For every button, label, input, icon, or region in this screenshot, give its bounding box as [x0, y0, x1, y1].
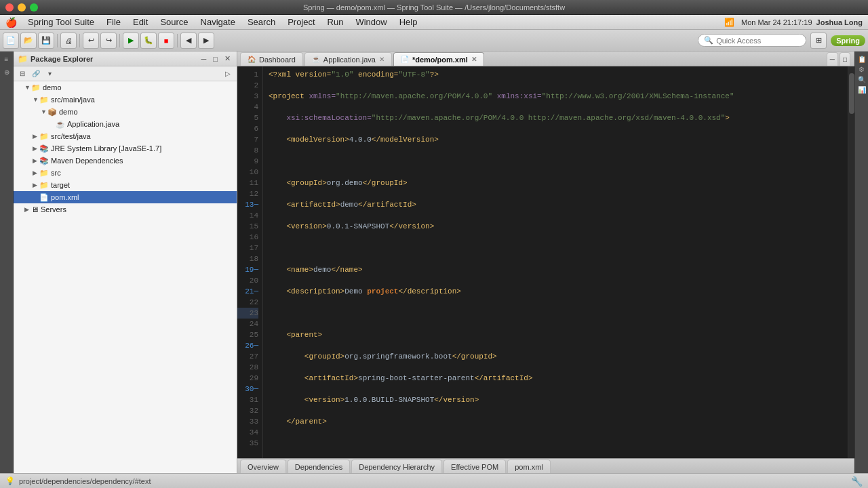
right-icon-2[interactable]: ⚙ — [857, 64, 866, 75]
tab-dependency-hierarchy[interactable]: Dependency Hierarchy — [351, 460, 442, 473]
title-bar: Spring — demo/pom.xml — Spring Tool Suit… — [0, 0, 868, 15]
pom-xml-icon: 📄 — [39, 193, 49, 202]
link-editor-btn[interactable]: 🔗 — [30, 68, 42, 80]
traffic-lights[interactable] — [5, 3, 38, 12]
tab-application-java[interactable]: ☕ Application.java ✕ — [304, 52, 392, 66]
tab-dashboard[interactable]: 🏠 Dashboard — [240, 52, 303, 66]
panel-menu-btn[interactable]: ▾ — [43, 68, 56, 80]
tree-item-demo-package[interactable]: ▼ 📦 demo — [14, 106, 237, 118]
tab-pom-xml[interactable]: 📄 *demo/pom.xml ✕ — [393, 52, 484, 66]
tree-item-src-test[interactable]: ▶ 📁 src/test/java — [14, 130, 237, 142]
right-icon-1[interactable]: 📋 — [856, 54, 867, 64]
fullscreen-window-btn[interactable] — [30, 3, 38, 12]
panel-header: 📁 Package Explorer ─ □ ✕ — [14, 52, 237, 66]
tree-label-src: src — [51, 169, 61, 177]
tab-close-application-java[interactable]: ✕ — [379, 56, 384, 63]
toggle-demo[interactable]: ▼ — [24, 84, 31, 91]
status-wrench-icon[interactable]: 🔧 — [851, 476, 863, 487]
toolbar-debug-btn[interactable]: 🐛 — [140, 33, 157, 49]
toolbar-redo-btn[interactable]: ↪ — [100, 33, 117, 49]
tree-item-pom-xml[interactable]: 📄 pom.xml — [14, 191, 237, 203]
toggle-demo-pkg[interactable]: ▼ — [41, 108, 47, 115]
status-icon: 💡 — [5, 476, 15, 485]
tree-label-demo-package: demo — [59, 108, 78, 116]
tree-item-jre[interactable]: ▶ 📚 JRE System Library [JavaSE-1.7] — [14, 142, 237, 155]
toolbar-new-btn[interactable]: 📄 — [3, 33, 19, 49]
toolbar-open-btn[interactable]: 📂 — [20, 33, 37, 49]
right-icon-3[interactable]: 🔍 — [856, 75, 867, 85]
toggle-src[interactable]: ▶ — [33, 169, 39, 176]
tab-overview[interactable]: Overview — [240, 460, 286, 473]
quick-access-input[interactable] — [716, 37, 791, 45]
tree-item-src-main[interactable]: ▼ 📁 src/main/java — [14, 94, 237, 106]
tab-label-pom-xml: *demo/pom.xml — [412, 56, 468, 64]
tree-item-src[interactable]: ▶ 📁 src — [14, 167, 237, 179]
spring-perspective-badge[interactable]: Spring — [831, 35, 865, 46]
tab-effective-pom[interactable]: Effective POM — [443, 460, 506, 473]
menu-spring-tool-suite[interactable]: Spring Tool Suite — [22, 16, 100, 28]
panel-close-btn[interactable]: ✕ — [222, 54, 233, 64]
tab-label-dependency-hierarchy: Dependency Hierarchy — [359, 463, 435, 471]
code-content[interactable]: <?xml version="1.0" encoding="UTF-8"?> <… — [263, 66, 848, 458]
toggle-maven-deps[interactable]: ▶ — [33, 157, 39, 164]
menu-window[interactable]: Window — [350, 16, 392, 28]
toggle-target[interactable]: ▶ — [33, 182, 39, 188]
line-numbers: 12345 678910 1112 13─ 1415161718 19─ 20 … — [237, 66, 263, 458]
tab-dependencies[interactable]: Dependencies — [288, 460, 350, 473]
tree-label-servers: Servers — [41, 205, 66, 214]
menu-source[interactable]: Source — [155, 16, 193, 28]
tree-item-application-java[interactable]: ☕ Application.java — [14, 118, 237, 130]
jre-icon: 📚 — [39, 144, 49, 153]
panel-maximize-btn[interactable]: □ — [211, 54, 220, 64]
menu-run[interactable]: Run — [322, 16, 349, 28]
side-icon-2[interactable]: ⊕ — [3, 67, 11, 77]
tab-pom-xml-bottom[interactable]: pom.xml — [507, 460, 551, 473]
toolbar-run-btn[interactable]: ▶ — [123, 33, 139, 49]
code-editor[interactable]: 12345 678910 1112 13─ 1415161718 19─ 20 … — [237, 66, 854, 458]
tree-label-pom-xml: pom.xml — [51, 193, 79, 201]
minimize-window-btn[interactable] — [18, 3, 26, 12]
target-icon: 📁 — [39, 181, 49, 190]
toolbar-print-btn[interactable]: 🖨 — [60, 33, 77, 49]
menu-search[interactable]: Search — [242, 16, 281, 28]
menu-navigate[interactable]: Navigate — [195, 16, 241, 28]
quick-access-bar[interactable]: 🔍 — [698, 34, 806, 47]
menu-edit[interactable]: Edit — [127, 16, 153, 28]
servers-icon: 🖥 — [31, 205, 39, 214]
close-window-btn[interactable] — [5, 3, 14, 12]
tab-minimize-editor[interactable]: ─ — [827, 52, 838, 66]
tree-item-maven-deps[interactable]: ▶ 📚 Maven Dependencies — [14, 155, 237, 167]
tree-item-demo[interactable]: ▼ 📁 demo — [14, 81, 237, 94]
toolbar-back-btn[interactable]: ◀ — [180, 33, 197, 49]
demo-folder-icon: 📁 — [31, 83, 41, 92]
vertical-scrollbar[interactable] — [848, 66, 854, 458]
right-icon-4[interactable]: 📊 — [856, 85, 867, 95]
toolbar-perspectives-btn[interactable]: ⊞ — [810, 33, 827, 49]
tab-label-dependencies: Dependencies — [295, 463, 342, 471]
pom-tab-icon: 📄 — [401, 56, 409, 63]
menu-file[interactable]: File — [101, 16, 126, 28]
toggle-jre[interactable]: ▶ — [33, 145, 39, 152]
tab-maximize-editor[interactable]: □ — [840, 52, 850, 66]
demo-package-icon: 📦 — [47, 108, 57, 117]
toggle-src-test[interactable]: ▶ — [33, 133, 39, 140]
window-title: Spring — demo/pom.xml — Spring Tool Suit… — [303, 3, 565, 12]
toolbar-forward-btn[interactable]: ▶ — [198, 33, 214, 49]
menu-project[interactable]: Project — [282, 16, 320, 28]
toolbar-stop-btn[interactable]: ■ — [158, 33, 174, 49]
panel-title: Package Explorer — [31, 55, 197, 63]
editor-area: 🏠 Dashboard ☕ Application.java ✕ 📄 *demo… — [237, 52, 854, 473]
panel-forward-btn[interactable]: ▷ — [222, 68, 234, 80]
panel-minimize-btn[interactable]: ─ — [199, 54, 209, 64]
menu-help[interactable]: Help — [394, 16, 423, 28]
tree-item-servers[interactable]: ▶ 🖥 Servers — [14, 203, 237, 216]
toggle-src-main[interactable]: ▼ — [33, 96, 39, 103]
toggle-servers[interactable]: ▶ — [24, 206, 31, 213]
collapse-all-btn[interactable]: ⊟ — [16, 68, 28, 80]
tree-item-target[interactable]: ▶ 📁 target — [14, 179, 237, 191]
toolbar-undo-btn[interactable]: ↩ — [83, 33, 99, 49]
toolbar-save-btn[interactable]: 💾 — [38, 33, 54, 49]
tab-close-pom-xml[interactable]: ✕ — [471, 56, 477, 63]
side-icon-1[interactable]: ≡ — [3, 54, 10, 64]
apple-menu[interactable]: 🍎 — [5, 17, 17, 28]
